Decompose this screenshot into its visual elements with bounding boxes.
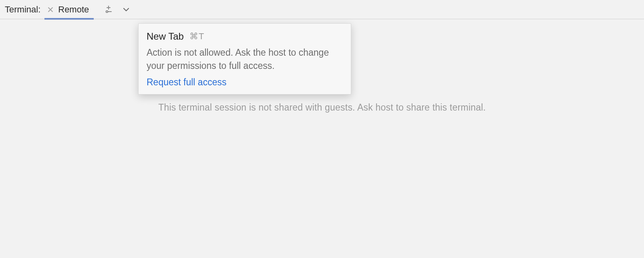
popover-header: New Tab ⌘T (147, 31, 343, 42)
tab-remote[interactable]: Remote (44, 0, 94, 19)
popover-shortcut: ⌘T (189, 31, 204, 42)
close-icon[interactable] (47, 6, 54, 13)
terminal-tab-bar: Terminal: Remote (0, 0, 644, 19)
panel-label: Terminal: (5, 4, 43, 15)
terminal-status-message: This terminal session is not shared with… (0, 102, 644, 113)
popover-title: New Tab (147, 31, 184, 42)
chevron-down-icon[interactable] (120, 4, 132, 16)
new-session-icon[interactable] (103, 4, 115, 16)
popover-body: Action is not allowed. Ask the host to c… (147, 46, 343, 73)
svg-point-0 (106, 10, 108, 12)
tab-label: Remote (58, 4, 89, 15)
request-full-access-link[interactable]: Request full access (147, 77, 226, 88)
tooltip-popover: New Tab ⌘T Action is not allowed. Ask th… (138, 23, 351, 95)
